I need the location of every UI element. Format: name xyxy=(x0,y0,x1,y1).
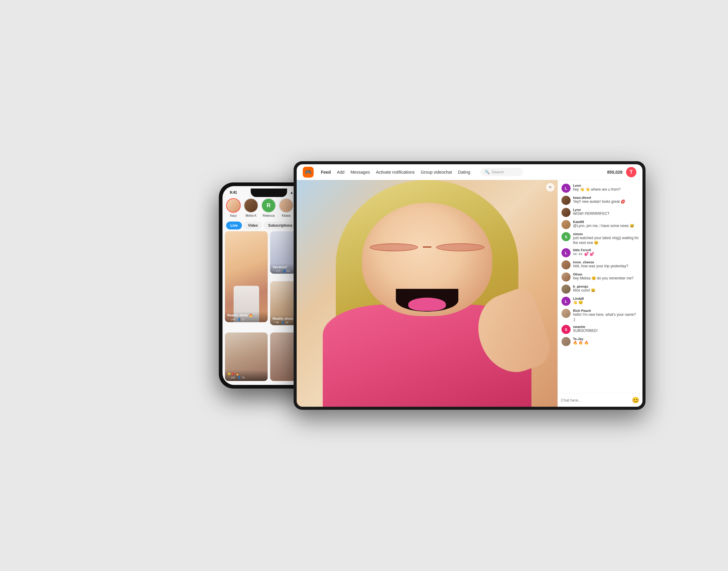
msg-avatar-tejay xyxy=(561,337,570,346)
msg-username-rich: Rich Peach xyxy=(573,309,639,313)
msg-text-tejay: 🔥 🔥 🔥 xyxy=(573,341,639,346)
msg-avatar-ferrell: L xyxy=(561,248,570,257)
nav-notifications[interactable]: Activate notifications xyxy=(376,170,415,175)
tablet-body: × 💬 Chat 📞 Call 🎁 Gift ⋮ xyxy=(297,180,642,407)
nav-messages[interactable]: Messages xyxy=(351,170,370,175)
chat-msg-kate: Kate89 @Lynn, pm me, i have some news 😅 xyxy=(561,220,639,229)
msg-content-leon: Leon hey 👋 👋 where are u from? xyxy=(573,184,639,192)
chat-msg-ferrell: L little Ferrell 👀 👀 💕 💕 xyxy=(561,248,639,257)
chat-msg-bgeorgo: b_georgo Nice curls! 😄 xyxy=(561,284,639,294)
main-nav: Feed Add Messages Activate notifications… xyxy=(321,170,470,175)
msg-content-bgeorgo: b_georgo Nice curls! 😄 xyxy=(573,284,639,293)
card-label-reality-1: Reality show 🔥 ♡ 144 👤 17 xyxy=(225,312,268,322)
card-stats-4-nums: ♡ 195 👤 74 xyxy=(227,376,265,379)
story-kitana[interactable]: Kitana xyxy=(279,198,294,217)
story-mishak[interactable]: Misha K xyxy=(244,198,258,217)
msg-content-tejay: Te-Jay 🔥 🔥 🔥 xyxy=(573,337,639,346)
close-button[interactable]: × xyxy=(546,183,554,192)
msg-username-oliver: Oliver xyxy=(573,272,639,276)
phone-card-reality-show-1[interactable]: Reality show 🔥 ♡ 144 👤 17 xyxy=(225,231,268,322)
msg-text-oliver: hey Melisa 😊 do you remember me? xyxy=(573,276,639,281)
msg-content-oliver: Oliver hey Melisa 😊 do you remember me? xyxy=(573,272,639,281)
tab-video[interactable]: Video xyxy=(244,222,262,229)
story-label-rebecca: Rebecca xyxy=(263,214,275,217)
video-background xyxy=(297,180,557,407)
emoji-button[interactable]: 😊 xyxy=(632,396,639,404)
chat-messages-list: L Leon hey 👋 👋 where are u from? bean.di… xyxy=(558,180,642,393)
story-avatar-rebecca: R xyxy=(262,198,276,213)
msg-username-irene: irene_cheese xyxy=(573,260,639,264)
msg-content-rich: Rich Peach hello! I'm new here. what's y… xyxy=(573,309,639,322)
search-icon: 🔍 xyxy=(485,170,489,174)
chat-msg-leon: L Leon hey 👋 👋 where are u from? xyxy=(561,184,639,193)
msg-content-linda: Linda8 👋 😌 xyxy=(573,297,639,305)
msg-avatar-leon: L xyxy=(561,184,570,193)
chat-msg-linda: L Linda8 👋 😌 xyxy=(561,297,639,306)
video-area: × 💬 Chat 📞 Call 🎁 Gift ⋮ xyxy=(297,180,557,407)
msg-username-swantie: swantie xyxy=(573,325,639,329)
msg-content-simon: simon just watched your latest vlog)) wa… xyxy=(573,232,639,245)
msg-text-kate: @Lynn, pm me, i have some news 😅 xyxy=(573,224,639,229)
nav-dating[interactable]: Dating xyxy=(458,170,470,175)
msg-content-lynn: Lynn WOW! PERRRRFECT xyxy=(573,208,639,216)
msg-text-ferrell: 👀 👀 💕 💕 xyxy=(573,252,639,257)
card-stats-4: 😊 ❤️ 🔥 xyxy=(227,372,265,375)
app-logo: 🎮 xyxy=(303,167,313,178)
msg-text-swantie: SUBSCRIBED! xyxy=(573,329,639,333)
chat-msg-irene: irene_cheese hiiiii, how was your trip y… xyxy=(561,260,639,269)
msg-text-bgeorgo: Nice curls! 😄 xyxy=(573,288,639,293)
phone-notch xyxy=(251,189,287,197)
msg-content-ferrell: little Ferrell 👀 👀 💕 💕 xyxy=(573,248,639,257)
msg-username-tejay: Te-Jay xyxy=(573,337,639,341)
msg-avatar-simon: S xyxy=(561,232,570,241)
phone-card-4[interactable]: 😊 ❤️ 🔥 ♡ 195 👤 74 xyxy=(225,333,268,381)
card-stats-reality-1: ♡ 144 👤 17 xyxy=(227,318,265,321)
tablet-screen: 🎮 Feed Add Messages Activate notificatio… xyxy=(297,164,642,407)
story-label-kacy: Kacy xyxy=(230,214,237,217)
msg-content-swantie: swantie SUBSCRIBED! xyxy=(573,325,639,333)
story-avatar-kacy xyxy=(226,198,241,213)
story-avatar-kitana xyxy=(279,198,294,213)
chat-msg-simon: S simon just watched your latest vlog)) … xyxy=(561,232,639,245)
chat-input-area[interactable]: 😊 xyxy=(558,393,642,407)
msg-avatar-bean xyxy=(561,196,570,205)
msg-text-irene: hiiiii, how was your trip yesterday? xyxy=(573,264,639,269)
msg-username-kate: Kate89 xyxy=(573,220,639,224)
card-title-reality-1: Reality show 🔥 xyxy=(227,313,265,317)
msg-text-rich: hello! I'm new here. what's your name? :… xyxy=(573,313,639,322)
msg-username-linda: Linda8 xyxy=(573,297,639,300)
nav-group-videochat[interactable]: Group videochat xyxy=(421,170,452,175)
phone-time: 9:41 xyxy=(230,190,237,195)
msg-avatar-linda: L xyxy=(561,297,570,306)
chat-input[interactable] xyxy=(561,398,629,403)
tablet-device: 🎮 Feed Add Messages Activate notificatio… xyxy=(294,161,645,410)
story-avatar-mishak xyxy=(244,198,258,213)
story-label-kitana: Kitana xyxy=(282,214,290,217)
tab-subscriptions[interactable]: Subscriptions xyxy=(264,222,297,229)
tab-live[interactable]: Live xyxy=(226,222,242,229)
msg-text-leon: hey 👋 👋 where are u from? xyxy=(573,187,639,192)
chat-sidebar: L Leon hey 👋 👋 where are u from? bean.di… xyxy=(557,180,642,407)
chat-msg-swantie: S swantie SUBSCRIBED! xyxy=(561,325,639,334)
story-kacy[interactable]: Kacy xyxy=(226,198,241,217)
chat-msg-rich: Rich Peach hello! I'm new here. what's y… xyxy=(561,309,639,322)
chat-msg-bean: bean.diesel Yey!! new avatar! looks grea… xyxy=(561,196,639,205)
msg-text-simon: just watched your latest vlog)) waiting … xyxy=(573,236,639,245)
msg-username-simon: simon xyxy=(573,232,639,236)
msg-content-kate: Kate89 @Lynn, pm me, i have some news 😅 xyxy=(573,220,639,229)
chat-msg-lynn: Lynn WOW! PERRRRFECT xyxy=(561,208,639,217)
nav-add[interactable]: Add xyxy=(337,170,345,175)
story-rebecca[interactable]: R Rebecca xyxy=(262,198,276,217)
msg-avatar-swantie: S xyxy=(561,325,570,334)
search-bar[interactable]: 🔍 Search xyxy=(480,168,523,176)
nav-feed[interactable]: Feed xyxy=(321,170,331,175)
msg-username-lynn: Lynn xyxy=(573,208,639,212)
header-right: 850,028 T xyxy=(607,167,636,177)
msg-text-bean: Yey!! new avatar! looks great 💋 xyxy=(573,200,639,204)
msg-avatar-bgeorgo xyxy=(561,284,570,294)
story-label-mishak: Misha K xyxy=(245,214,256,217)
user-avatar[interactable]: T xyxy=(626,167,636,177)
msg-text-lynn: WOW! PERRRRFECT xyxy=(573,212,639,216)
msg-avatar-rich xyxy=(561,309,570,318)
msg-avatar-lynn xyxy=(561,208,570,217)
